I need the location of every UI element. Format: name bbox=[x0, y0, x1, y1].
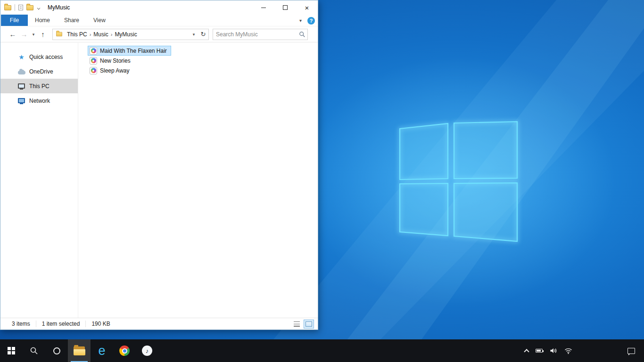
taskbar-file-explorer-button[interactable] bbox=[68, 339, 91, 362]
new-folder-icon[interactable] bbox=[26, 5, 33, 10]
show-hidden-icons-chevron-icon[interactable] bbox=[524, 349, 529, 354]
window-controls: × bbox=[253, 0, 318, 15]
window-folder-icon[interactable] bbox=[4, 5, 11, 10]
taskbar-internet-explorer-button[interactable]: e bbox=[91, 339, 113, 362]
file-list: Maid With The Flaxen Hair New Stories Sl… bbox=[78, 43, 318, 318]
quick-access-star-icon: ★ bbox=[17, 53, 25, 61]
tab-view[interactable]: View bbox=[86, 15, 113, 26]
network-icon bbox=[17, 97, 25, 105]
tab-home[interactable]: Home bbox=[28, 15, 57, 26]
status-bar: 3 items 1 item selected 190 KB bbox=[0, 318, 318, 329]
address-bar[interactable]: This PC › Music › MyMusic ▾ ↻ bbox=[52, 29, 209, 40]
quick-access-toolbar bbox=[4, 4, 40, 11]
cortana-button[interactable] bbox=[45, 339, 68, 362]
close-button[interactable]: × bbox=[296, 0, 318, 15]
file-row[interactable]: New Stories bbox=[88, 56, 135, 66]
search-icon[interactable] bbox=[297, 31, 307, 38]
file-explorer-icon bbox=[74, 346, 85, 355]
tab-file[interactable]: File bbox=[1, 15, 28, 26]
music-file-icon bbox=[90, 47, 97, 55]
sidebar-item-label: This PC bbox=[29, 83, 50, 90]
address-dropdown-chevron-icon[interactable]: ▾ bbox=[190, 32, 198, 37]
file-name: Maid With The Flaxen Hair bbox=[100, 48, 167, 54]
navigation-pane: ★ Quick access OneDrive This PC Network bbox=[0, 43, 78, 318]
breadcrumb-this-pc[interactable]: This PC bbox=[65, 31, 90, 38]
large-icons-view-icon bbox=[305, 321, 312, 327]
search-icon bbox=[30, 346, 38, 355]
large-icons-view-button[interactable] bbox=[304, 320, 314, 329]
file-row[interactable]: Maid With The Flaxen Hair bbox=[88, 46, 171, 56]
action-center-button[interactable] bbox=[621, 339, 641, 362]
itunes-icon: ♪ bbox=[142, 346, 152, 356]
battery-icon[interactable] bbox=[536, 349, 543, 353]
desktop: MyMusic × File Home Share View ▾ ? ← → ▾… bbox=[0, 0, 644, 362]
ribbon-tab-bar: File Home Share View ▾ ? bbox=[0, 15, 318, 26]
help-button[interactable]: ? bbox=[307, 17, 315, 25]
action-center-icon bbox=[627, 348, 635, 354]
wifi-icon[interactable] bbox=[564, 348, 572, 354]
details-view-button[interactable] bbox=[291, 320, 302, 329]
status-separator bbox=[85, 321, 86, 327]
status-item-count: 3 items bbox=[12, 321, 30, 327]
forward-button[interactable]: → bbox=[18, 30, 30, 38]
wallpaper-logo-glow bbox=[304, 57, 615, 306]
tab-share[interactable]: Share bbox=[57, 15, 86, 26]
sidebar-item-network[interactable]: Network bbox=[0, 93, 78, 108]
file-name: New Stories bbox=[100, 58, 131, 64]
properties-icon[interactable] bbox=[18, 5, 23, 10]
taskbar: e ♪ bbox=[0, 339, 644, 362]
toolbar-separator bbox=[15, 4, 15, 11]
maximize-button[interactable] bbox=[274, 0, 296, 15]
sidebar-item-onedrive[interactable]: OneDrive bbox=[0, 64, 78, 79]
taskbar-chrome-button[interactable] bbox=[113, 339, 136, 362]
system-tray bbox=[525, 339, 572, 362]
status-selection: 1 item selected bbox=[42, 321, 80, 327]
status-separator bbox=[36, 321, 36, 327]
internet-explorer-icon: e bbox=[98, 345, 105, 357]
address-bar-row: ← → ▾ ↑ This PC › Music › MyMusic ▾ ↻ bbox=[0, 26, 318, 42]
sidebar-item-label: Quick access bbox=[29, 54, 63, 60]
cortana-circle-icon bbox=[53, 347, 60, 354]
back-button[interactable]: ← bbox=[7, 30, 18, 38]
customize-toolbar-chevron-icon[interactable] bbox=[37, 6, 40, 9]
chrome-icon bbox=[119, 346, 130, 356]
search-input[interactable] bbox=[213, 31, 297, 38]
taskbar-itunes-button[interactable]: ♪ bbox=[136, 339, 158, 362]
refresh-icon[interactable]: ↻ bbox=[198, 31, 208, 38]
ribbon-right-controls: ▾ ? bbox=[299, 15, 315, 26]
file-name: Sleep Away bbox=[100, 67, 130, 74]
view-toggle-group bbox=[291, 320, 314, 329]
status-size: 190 KB bbox=[91, 321, 110, 327]
recent-locations-chevron-icon[interactable]: ▾ bbox=[30, 32, 37, 37]
windows-logo-icon bbox=[8, 347, 15, 354]
sidebar-item-label: OneDrive bbox=[29, 68, 53, 75]
file-explorer-window: MyMusic × File Home Share View ▾ ? ← → ▾… bbox=[0, 0, 318, 330]
sidebar-item-label: Network bbox=[29, 98, 50, 104]
this-pc-monitor-icon bbox=[17, 82, 25, 90]
breadcrumb-music[interactable]: Music bbox=[91, 31, 110, 38]
music-file-icon bbox=[90, 67, 97, 74]
search-box bbox=[213, 29, 308, 40]
minimize-icon bbox=[261, 8, 266, 8]
sidebar-item-quick-access[interactable]: ★ Quick access bbox=[0, 49, 78, 64]
maximize-icon bbox=[283, 5, 288, 10]
window-title: MyMusic bbox=[48, 4, 70, 11]
details-view-icon bbox=[294, 321, 300, 327]
window-body: ★ Quick access OneDrive This PC Network bbox=[0, 43, 318, 318]
address-folder-icon bbox=[56, 32, 62, 36]
title-bar: MyMusic × bbox=[0, 0, 318, 15]
speaker-icon[interactable] bbox=[550, 347, 557, 354]
onedrive-cloud-icon bbox=[17, 67, 25, 75]
expand-ribbon-chevron-icon[interactable]: ▾ bbox=[299, 18, 302, 23]
start-button[interactable] bbox=[0, 339, 23, 362]
file-row[interactable]: Sleep Away bbox=[88, 66, 134, 75]
up-button[interactable]: ↑ bbox=[37, 30, 49, 38]
sidebar-item-this-pc[interactable]: This PC bbox=[0, 79, 78, 93]
close-icon: × bbox=[305, 4, 309, 11]
breadcrumb-mymusic[interactable]: MyMusic bbox=[112, 31, 139, 38]
music-file-icon bbox=[90, 57, 97, 65]
taskbar-search-button[interactable] bbox=[23, 339, 45, 362]
minimize-button[interactable] bbox=[253, 0, 274, 15]
